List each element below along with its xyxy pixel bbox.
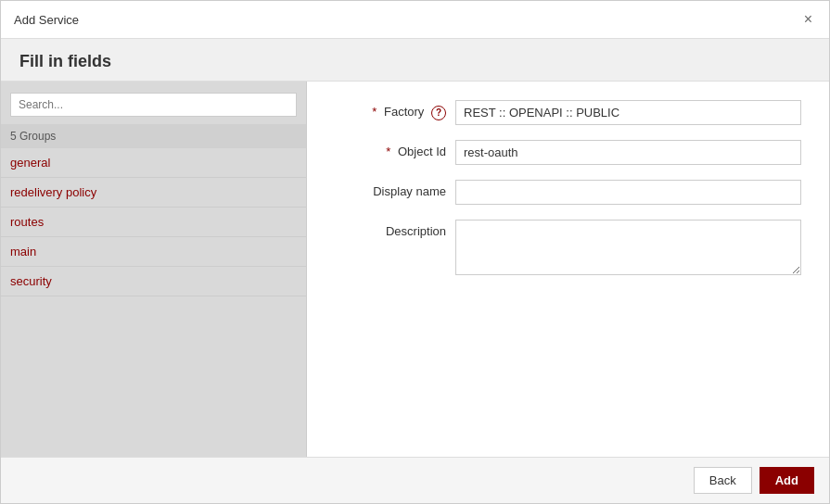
display-name-row: Display name [335,180,801,205]
sidebar-item-security[interactable]: security [1,267,306,296]
groups-header: 5 Groups [1,124,306,148]
sidebar-item-general[interactable]: general [1,148,306,178]
display-name-label: Display name [335,180,446,198]
back-button[interactable]: Back [694,467,752,494]
sidebar-item-main[interactable]: main [1,237,306,267]
dialog-titlebar: Add Service × [1,1,829,39]
add-button[interactable]: Add [760,467,814,494]
main-content: * Factory ? * Object Id Display name [307,82,829,457]
subtitle-bar: Fill in fields [1,39,829,82]
factory-label: * Factory ? [335,100,446,120]
dialog-footer: Back Add [1,457,829,503]
display-name-input[interactable] [455,180,801,205]
add-service-dialog: Add Service × Fill in fields 5 Groups ge… [0,0,830,504]
page-subtitle: Fill in fields [19,52,111,70]
dialog-title: Add Service [14,13,79,27]
dialog-body: 5 Groups general redelivery policy route… [1,82,829,457]
factory-info-icon[interactable]: ? [431,106,446,120]
object-id-row: * Object Id [335,140,801,165]
search-box[interactable] [10,93,297,117]
sidebar-item-routes[interactable]: routes [1,208,306,237]
factory-row: * Factory ? [335,100,801,125]
description-textarea[interactable] [455,220,801,275]
factory-required-star: * [372,105,377,119]
object-id-label: * Object Id [335,140,446,158]
sidebar: 5 Groups general redelivery policy route… [1,82,307,457]
object-id-input[interactable] [455,140,801,165]
description-label: Description [335,220,446,238]
sidebar-item-redelivery-policy[interactable]: redelivery policy [1,178,306,208]
factory-input[interactable] [455,100,801,125]
sidebar-items-list: general redelivery policy routes main se… [1,148,306,457]
close-button[interactable]: × [800,10,816,29]
object-id-required-star: * [386,145,390,158]
description-row: Description [335,220,801,275]
search-input[interactable] [10,93,297,117]
